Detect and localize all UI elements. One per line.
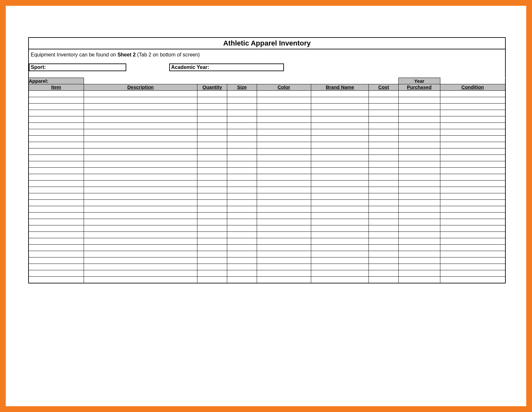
table-cell[interactable] [29,264,84,270]
table-row[interactable] [29,148,505,155]
table-row[interactable] [29,136,505,142]
table-cell[interactable] [84,193,197,200]
table-cell[interactable] [227,181,257,187]
table-cell[interactable] [369,187,399,193]
table-cell[interactable] [84,116,197,123]
table-row[interactable] [29,238,505,245]
table-cell[interactable] [369,251,399,257]
table-cell[interactable] [257,277,311,283]
table-cell[interactable] [257,91,311,97]
table-cell[interactable] [84,200,197,206]
table-cell[interactable] [311,129,369,136]
table-cell[interactable] [84,206,197,213]
table-cell[interactable] [227,225,257,232]
table-cell[interactable] [398,206,440,213]
table-row[interactable] [29,187,505,193]
table-cell[interactable] [257,225,311,232]
table-cell[interactable] [197,206,227,213]
table-row[interactable] [29,91,505,97]
table-cell[interactable] [369,219,399,225]
table-cell[interactable] [197,251,227,257]
table-cell[interactable] [84,110,197,116]
table-cell[interactable] [29,136,84,142]
table-cell[interactable] [29,200,84,206]
table-cell[interactable] [257,219,311,225]
table-cell[interactable] [398,213,440,219]
table-row[interactable] [29,155,505,161]
table-row[interactable] [29,110,505,116]
table-cell[interactable] [197,200,227,206]
table-cell[interactable] [311,97,369,104]
table-cell[interactable] [29,142,84,148]
table-cell[interactable] [227,213,257,219]
table-cell[interactable] [227,116,257,123]
table-cell[interactable] [84,148,197,155]
table-cell[interactable] [29,257,84,264]
table-cell[interactable] [369,104,399,110]
table-cell[interactable] [398,193,440,200]
table-cell[interactable] [311,193,369,200]
table-cell[interactable] [440,264,505,270]
table-cell[interactable] [369,238,399,245]
table-cell[interactable] [29,238,84,245]
table-cell[interactable] [227,129,257,136]
table-cell[interactable] [440,277,505,283]
table-cell[interactable] [197,123,227,129]
table-cell[interactable] [369,168,399,174]
table-cell[interactable] [84,97,197,104]
table-cell[interactable] [369,200,399,206]
table-cell[interactable] [29,174,84,181]
table-cell[interactable] [227,264,257,270]
table-cell[interactable] [227,91,257,97]
table-cell[interactable] [311,136,369,142]
table-cell[interactable] [398,277,440,283]
table-cell[interactable] [369,245,399,251]
table-cell[interactable] [369,270,399,277]
table-row[interactable] [29,174,505,181]
table-cell[interactable] [84,270,197,277]
table-cell[interactable] [227,123,257,129]
table-cell[interactable] [398,104,440,110]
table-cell[interactable] [29,168,84,174]
table-cell[interactable] [440,104,505,110]
sport-field[interactable]: Sport: [29,63,126,71]
table-cell[interactable] [440,155,505,161]
table-cell[interactable] [257,270,311,277]
table-cell[interactable] [197,270,227,277]
table-cell[interactable] [29,104,84,110]
table-cell[interactable] [197,104,227,110]
table-row[interactable] [29,251,505,257]
table-cell[interactable] [29,225,84,232]
table-cell[interactable] [29,187,84,193]
table-cell[interactable] [369,277,399,283]
table-cell[interactable] [440,219,505,225]
table-cell[interactable] [197,193,227,200]
table-cell[interactable] [84,91,197,97]
table-cell[interactable] [197,110,227,116]
table-cell[interactable] [398,142,440,148]
table-cell[interactable] [398,129,440,136]
table-cell[interactable] [440,200,505,206]
table-cell[interactable] [84,142,197,148]
table-cell[interactable] [227,187,257,193]
table-cell[interactable] [227,110,257,116]
table-row[interactable] [29,123,505,129]
table-cell[interactable] [440,187,505,193]
table-cell[interactable] [369,136,399,142]
table-row[interactable] [29,161,505,168]
table-cell[interactable] [227,161,257,168]
table-cell[interactable] [84,251,197,257]
table-cell[interactable] [257,97,311,104]
table-cell[interactable] [29,219,84,225]
table-cell[interactable] [311,110,369,116]
table-cell[interactable] [398,116,440,123]
table-row[interactable] [29,225,505,232]
table-row[interactable] [29,257,505,264]
table-row[interactable] [29,232,505,238]
table-cell[interactable] [227,97,257,104]
table-cell[interactable] [84,181,197,187]
table-cell[interactable] [369,213,399,219]
table-cell[interactable] [440,123,505,129]
table-cell[interactable] [29,116,84,123]
table-row[interactable] [29,200,505,206]
